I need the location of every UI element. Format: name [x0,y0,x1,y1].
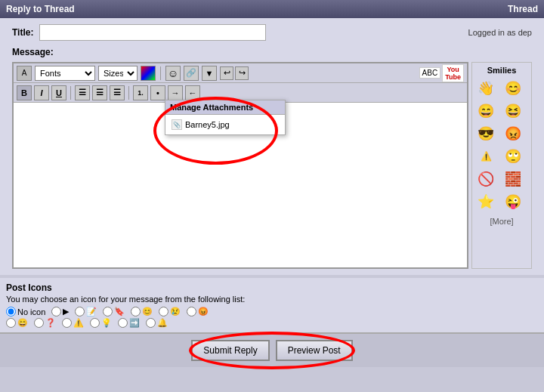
title-label: Title: [12,27,33,38]
icons-row-1: No icon ▶ 📝 🔖 😊 😢 😡 [6,307,538,316]
icon-option-7[interactable]: 😄 [6,318,28,328]
submit-reply-button[interactable]: Submit Reply [191,340,269,361]
unordered-list-button[interactable]: • [150,85,165,100]
bottom-bar: Submit Reply Preview Post [0,332,544,367]
no-icon-label: No icon [17,307,45,316]
link-btn[interactable]: 🔗 [184,66,199,81]
underline-button[interactable]: U [51,85,66,100]
smiley-star[interactable]: ⭐ [475,191,496,212]
indent-button[interactable]: → [168,85,183,100]
smiley-smile[interactable]: 😊 [502,78,524,99]
editor-box: A FontsArialTimesCourier Sizes8101214 ☺ … [12,62,468,269]
icon-option-2[interactable]: 📝 [75,307,97,316]
outdent-button[interactable]: ← [185,85,200,100]
message-label: Message: [12,47,532,57]
toolbar-row1: A FontsArialTimesCourier Sizes8101214 ☺ … [14,63,467,83]
smiley-no[interactable]: 🚫 [475,168,496,190]
undo-redo-group: ↩ ↪ [220,66,249,80]
main-area: Title: Logged in as dep Message: A Fonts… [0,18,544,275]
attachments-title: Manage Attachments [165,100,285,115]
toolbar-row2: B I U ☰ ☰ ☰ 1. • → ← Manage Attachments … [14,83,467,103]
attachments-popup: Manage Attachments 📎 Barney5.jpg [165,100,286,135]
smiles-more[interactable]: [More] [475,217,528,226]
smiley-wink[interactable]: 😜 [502,191,524,212]
spell-check-icon[interactable]: ABC [419,67,441,79]
page-title-left: Reply to Thread [6,4,75,14]
smiles-panel: Smilies 👋 😊 😄 😆 😎 😡 ⚠️ 🙄 🚫 🧱 ⭐ 😜 [More] [471,62,532,269]
preview-post-button[interactable]: Preview Post [276,340,353,361]
icon-option-10[interactable]: 💡 [90,318,112,328]
color-button[interactable] [141,66,156,81]
smiley-cool[interactable]: 😎 [475,123,496,144]
dropdown-btn[interactable]: ▼ [202,66,217,81]
icon-option-4[interactable]: 😊 [131,307,153,316]
smiley-eyeroll[interactable]: 🙄 [502,146,524,167]
logged-in-status: Logged in as dep [468,28,532,37]
icon-option-3[interactable]: 🔖 [103,307,125,316]
undo-button[interactable]: ↩ [220,66,233,80]
align-left-button[interactable]: ☰ [75,85,90,100]
title-input[interactable] [39,24,266,41]
align-center-button[interactable]: ☰ [92,85,107,100]
no-icon-radio[interactable] [6,307,16,316]
icons-row-2: 😄 ❓ ⚠️ 💡 ➡️ 🔔 [6,318,538,328]
smiles-grid: 👋 😊 😄 😆 😎 😡 ⚠️ 🙄 🚫 🧱 ⭐ 😜 [475,78,528,212]
top-bar: Reply to Thread Thread [0,0,544,18]
icon-option-6[interactable]: 😡 [187,307,209,316]
icon-option-11[interactable]: ➡️ [118,318,140,328]
attachment-filename: Barney5.jpg [185,120,230,129]
italic-button[interactable]: I [34,85,49,100]
icons-grid: No icon ▶ 📝 🔖 😊 😢 😡 😄 ❓ ⚠️ 💡 ➡️ 🔔 [6,307,538,328]
separator1 [160,66,161,80]
extra-icons: ABC YouTube [419,64,464,82]
icon-option-12[interactable]: 🔔 [146,318,168,328]
editor-wrapper: A FontsArialTimesCourier Sizes8101214 ☺ … [12,62,532,269]
align-right-button[interactable]: ☰ [110,85,125,100]
post-icons-section: Post Icons You may choose an icon for yo… [0,278,544,332]
post-icons-title: Post Icons [6,282,538,293]
youtube-button[interactable]: YouTube [442,64,464,82]
icon-option-5[interactable]: 😢 [159,307,181,316]
bold-button[interactable]: B [17,85,32,100]
font-icon-btn[interactable]: A [17,66,32,81]
size-select[interactable]: Sizes8101214 [98,66,138,81]
separator2 [70,86,71,100]
post-icons-desc: You may choose an icon for your message … [6,295,538,304]
attachment-item[interactable]: 📎 Barney5.jpg [168,118,282,131]
smiley-angry[interactable]: 😡 [502,123,524,144]
smiley-attention[interactable]: ⚠️ [475,146,496,167]
title-row: Title: Logged in as dep [12,24,532,41]
ordered-list-button[interactable]: 1. [133,85,148,100]
smiley-blocks[interactable]: 🧱 [502,168,524,190]
no-icon-option[interactable]: No icon [6,307,45,316]
separator3 [128,86,129,100]
smiley-laugh[interactable]: 😆 [502,100,524,122]
icon-option-1[interactable]: ▶ [51,307,69,316]
smiley-icon-btn[interactable]: ☺ [165,66,181,81]
smiley-wave[interactable]: 👋 [475,78,496,99]
smiley-grin[interactable]: 😄 [475,100,496,122]
smiles-title: Smilies [475,66,528,75]
icon-option-9[interactable]: ⚠️ [62,318,84,328]
attachment-file-icon: 📎 [172,119,182,130]
icon-option-8[interactable]: ❓ [34,318,56,328]
redo-button[interactable]: ↪ [235,66,249,80]
font-select[interactable]: FontsArialTimesCourier [35,66,95,81]
page-title-right: Thread [508,4,538,14]
